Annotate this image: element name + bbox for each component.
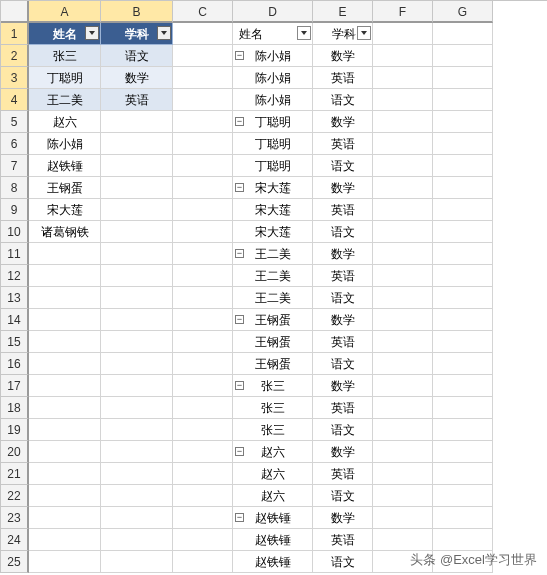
empty-cell[interactable]: [101, 551, 173, 573]
col-header-E[interactable]: E: [313, 1, 373, 23]
pivot-subject-cell[interactable]: 语文: [313, 485, 373, 507]
table-ab-header-name[interactable]: 姓名: [29, 23, 101, 45]
empty-cell[interactable]: [29, 265, 101, 287]
row-header-23[interactable]: 23: [1, 507, 29, 529]
empty-cell[interactable]: [173, 155, 233, 177]
empty-cell[interactable]: [373, 353, 433, 375]
empty-cell[interactable]: [433, 243, 493, 265]
empty-cell[interactable]: [101, 265, 173, 287]
empty-cell[interactable]: [433, 375, 493, 397]
empty-cell[interactable]: [373, 155, 433, 177]
empty-cell[interactable]: [433, 177, 493, 199]
empty-cell[interactable]: [29, 243, 101, 265]
pivot-name-cell[interactable]: 张三: [233, 397, 313, 419]
pivot-subject-cell[interactable]: 英语: [313, 265, 373, 287]
table-ab-cell[interactable]: 语文: [101, 45, 173, 67]
empty-cell[interactable]: [433, 331, 493, 353]
table-ab-cell[interactable]: [101, 111, 173, 133]
empty-cell[interactable]: [373, 265, 433, 287]
pivot-subject-cell[interactable]: 英语: [313, 397, 373, 419]
empty-cell[interactable]: [29, 331, 101, 353]
empty-cell[interactable]: [173, 309, 233, 331]
pivot-subject-cell[interactable]: 语文: [313, 353, 373, 375]
pivot-name-cell[interactable]: 宋大莲: [233, 221, 313, 243]
col-header-G[interactable]: G: [433, 1, 493, 23]
empty-cell[interactable]: [173, 507, 233, 529]
empty-cell[interactable]: [101, 463, 173, 485]
empty-cell[interactable]: [173, 199, 233, 221]
row-header-1[interactable]: 1: [1, 23, 29, 45]
col-header-B[interactable]: B: [101, 1, 173, 23]
empty-cell[interactable]: [373, 221, 433, 243]
table-ab-cell[interactable]: 丁聪明: [29, 67, 101, 89]
empty-cell[interactable]: [433, 287, 493, 309]
pivot-name-cell[interactable]: −丁聪明: [233, 111, 313, 133]
filter-dropdown-icon[interactable]: [357, 26, 371, 40]
empty-cell[interactable]: [373, 111, 433, 133]
empty-cell[interactable]: [29, 529, 101, 551]
empty-cell[interactable]: [173, 419, 233, 441]
empty-cell[interactable]: [173, 529, 233, 551]
collapse-icon[interactable]: −: [235, 183, 244, 192]
empty-cell[interactable]: [373, 243, 433, 265]
row-header-21[interactable]: 21: [1, 463, 29, 485]
empty-cell[interactable]: [101, 441, 173, 463]
row-header-11[interactable]: 11: [1, 243, 29, 265]
pivot-name-cell[interactable]: −赵六: [233, 441, 313, 463]
empty-cell[interactable]: [101, 529, 173, 551]
empty-cell[interactable]: [433, 221, 493, 243]
empty-cell[interactable]: [173, 265, 233, 287]
pivot-name-cell[interactable]: 王钢蛋: [233, 331, 313, 353]
table-ab-cell[interactable]: 张三: [29, 45, 101, 67]
pivot-subject-cell[interactable]: 英语: [313, 331, 373, 353]
empty-cell[interactable]: [433, 67, 493, 89]
empty-cell[interactable]: [101, 419, 173, 441]
empty-cell[interactable]: [101, 375, 173, 397]
empty-cell[interactable]: [373, 177, 433, 199]
table-ab-cell[interactable]: [101, 199, 173, 221]
empty-cell[interactable]: [373, 45, 433, 67]
empty-cell[interactable]: [373, 67, 433, 89]
empty-cell[interactable]: [373, 309, 433, 331]
empty-cell[interactable]: [173, 133, 233, 155]
empty-cell[interactable]: [433, 463, 493, 485]
empty-cell[interactable]: [101, 287, 173, 309]
row-header-9[interactable]: 9: [1, 199, 29, 221]
empty-cell[interactable]: [173, 551, 233, 573]
row-header-19[interactable]: 19: [1, 419, 29, 441]
empty-cell[interactable]: [29, 397, 101, 419]
table-ab-header-subject[interactable]: 学科: [101, 23, 173, 45]
row-header-4[interactable]: 4: [1, 89, 29, 111]
empty-cell[interactable]: [29, 485, 101, 507]
empty-cell[interactable]: [173, 397, 233, 419]
pivot-subject-cell[interactable]: 数学: [313, 507, 373, 529]
empty-cell[interactable]: [373, 507, 433, 529]
row-header-25[interactable]: 25: [1, 551, 29, 573]
empty-cell[interactable]: [173, 463, 233, 485]
empty-cell[interactable]: [433, 23, 493, 45]
pivot-subject-cell[interactable]: 语文: [313, 551, 373, 573]
empty-cell[interactable]: [173, 353, 233, 375]
pivot-subject-cell[interactable]: 英语: [313, 199, 373, 221]
empty-cell[interactable]: [173, 441, 233, 463]
table-ab-cell[interactable]: 陈小娟: [29, 133, 101, 155]
empty-cell[interactable]: [433, 529, 493, 551]
empty-cell[interactable]: [29, 441, 101, 463]
empty-cell[interactable]: [173, 111, 233, 133]
col-header-A[interactable]: A: [29, 1, 101, 23]
pivot-name-cell[interactable]: −宋大莲: [233, 177, 313, 199]
spreadsheet-grid[interactable]: ABCDEFG1姓名学科姓名学科2张三语文−陈小娟数学3丁聪明数学陈小娟英语4王…: [0, 0, 547, 573]
empty-cell[interactable]: [29, 353, 101, 375]
empty-cell[interactable]: [433, 45, 493, 67]
pivot-name-cell[interactable]: −赵铁锤: [233, 507, 313, 529]
table-ab-cell[interactable]: 赵铁锤: [29, 155, 101, 177]
empty-cell[interactable]: [101, 243, 173, 265]
empty-cell[interactable]: [29, 375, 101, 397]
empty-cell[interactable]: [433, 133, 493, 155]
pivot-subject-cell[interactable]: 语文: [313, 287, 373, 309]
empty-cell[interactable]: [433, 397, 493, 419]
empty-cell[interactable]: [433, 111, 493, 133]
pivot-name-cell[interactable]: 赵铁锤: [233, 551, 313, 573]
empty-cell[interactable]: [101, 485, 173, 507]
pivot-subject-cell[interactable]: 语文: [313, 89, 373, 111]
